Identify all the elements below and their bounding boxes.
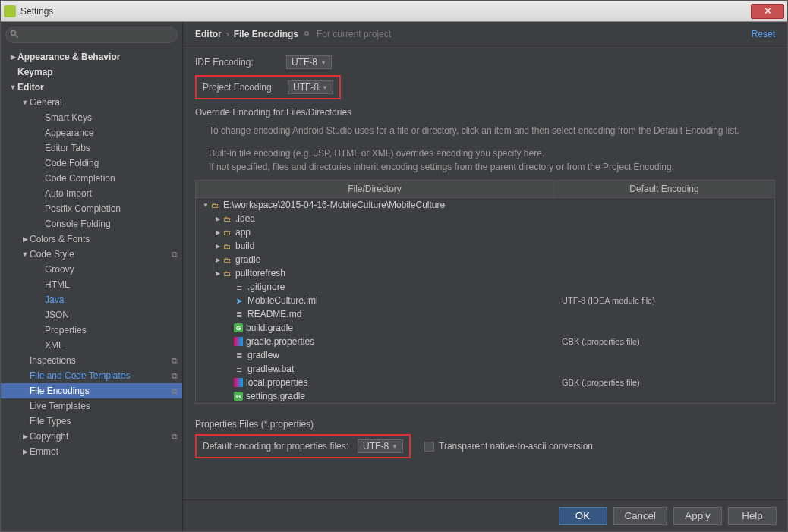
file-row[interactable]: ▶🗀gradle <box>196 253 774 266</box>
sidebar-item[interactable]: XML <box>1 338 182 353</box>
sidebar-item[interactable]: ▶Copyright⧉ <box>1 429 182 444</box>
sidebar-item-label: Appearance <box>45 127 178 138</box>
file-row[interactable]: ▶🗀.idea <box>196 212 774 225</box>
chevron-right-icon: › <box>226 29 229 39</box>
sidebar-item[interactable]: JSON <box>1 307 182 323</box>
apply-button[interactable]: Apply <box>673 507 722 525</box>
file-row[interactable]: ≣gradlew <box>196 348 774 362</box>
sidebar-item[interactable]: Inspections⧉ <box>1 353 182 368</box>
sidebar-item-label: XML <box>45 340 178 351</box>
sidebar-item[interactable]: Keymap <box>1 65 182 80</box>
file-row[interactable]: ≣README.md <box>196 307 774 321</box>
file-row[interactable]: gradle.propertiesGBK (.properties file) <box>196 335 774 348</box>
file-row[interactable]: ▼🗀E:\workspace\2015-04-16-MobileCulture\… <box>196 198 774 212</box>
sidebar-item[interactable]: File Encodings⧉ <box>1 383 182 398</box>
iml-icon: ➤ <box>234 295 244 306</box>
sidebar-item[interactable]: Editor Tabs <box>1 140 182 156</box>
sidebar-item-label: General <box>30 97 178 108</box>
breadcrumb-parent[interactable]: Editor <box>195 29 222 39</box>
sidebar-item[interactable]: Code Completion <box>1 171 182 186</box>
file-row[interactable]: ▶🗀pulltorefresh <box>196 266 774 280</box>
file-name: gradlew <box>247 350 279 360</box>
file-row[interactable]: ▶🗀app <box>196 225 774 239</box>
breadcrumb-current: File Encodings <box>234 29 298 39</box>
file-name: local.properties <box>246 377 307 388</box>
file-encoding-table: File/Directory Default Encoding ▼🗀E:\wor… <box>195 180 775 404</box>
sidebar-item[interactable]: ▼General <box>1 95 182 110</box>
encoding-cell[interactable]: GBK (.properties file) <box>554 337 774 346</box>
folder-icon: 🗀 <box>222 268 232 279</box>
sidebar-item[interactable]: File and Code Templates⧉ <box>1 368 182 383</box>
expand-arrow-icon: ▶ <box>214 257 222 263</box>
search-input[interactable] <box>5 27 178 43</box>
sidebar-item-label: Properties <box>45 325 178 335</box>
sidebar-item[interactable]: File Types <box>1 414 182 429</box>
tree-arrow-icon: ▼ <box>20 250 30 258</box>
sidebar-item-label: Code Folding <box>45 158 178 168</box>
sidebar-item-label: Inspections <box>30 355 169 366</box>
file-row[interactable]: Gsettings.gradle <box>196 389 774 403</box>
sidebar-item[interactable]: ▼Code Style⧉ <box>1 247 182 262</box>
file-row[interactable]: ≣.gitignore <box>196 280 774 294</box>
sidebar-item[interactable]: Auto Import <box>1 186 182 201</box>
sidebar-item[interactable]: Java <box>1 292 182 307</box>
override-header: Override Encoding for Files/Directories <box>195 107 775 118</box>
help-text-2b: If not specified, files and directories … <box>209 160 775 174</box>
transparent-ascii-label: Transparent native-to-ascii conversion <box>439 441 593 452</box>
file-row[interactable]: Gbuild.gradle <box>196 321 774 335</box>
sidebar-item[interactable]: Live Templates <box>1 398 182 414</box>
sidebar-item[interactable]: ▼Editor <box>1 80 182 95</box>
project-scope-icon: ⧉ <box>303 30 310 38</box>
file-row[interactable]: local.propertiesGBK (.properties file) <box>196 376 774 389</box>
sidebar-item-label: Postfix Completion <box>45 203 178 214</box>
sidebar-item[interactable]: Appearance <box>1 125 182 140</box>
project-scope-icon: ⧉ <box>172 386 178 396</box>
sidebar-item[interactable]: Properties <box>1 323 182 338</box>
properties-encoding-dropdown[interactable]: UTF-8 ▼ <box>358 439 403 453</box>
sidebar-item[interactable]: Console Folding <box>1 216 182 231</box>
file-row[interactable]: ➤MobileCulture.imlUTF-8 (IDEA module fil… <box>196 294 774 307</box>
file-icon: ≣ <box>234 282 244 292</box>
file-name: MobileCulture.iml <box>247 295 318 306</box>
gradle-icon: G <box>234 323 243 332</box>
sidebar-item[interactable]: Groovy <box>1 262 182 277</box>
project-scope-icon: ⧉ <box>172 250 178 260</box>
sidebar-item-label: Code Completion <box>45 173 178 184</box>
breadcrumb: Editor › File Encodings ⧉ For current pr… <box>183 22 787 46</box>
ide-encoding-dropdown[interactable]: UTF-8 ▼ <box>286 55 332 69</box>
file-icon: ≣ <box>234 364 244 374</box>
sidebar-item-label: Groovy <box>45 264 178 275</box>
gradle-icon: G <box>234 392 243 401</box>
sidebar-item[interactable]: ▶Appearance & Behavior <box>1 49 182 65</box>
sidebar-item[interactable]: ▶Colors & Fonts <box>1 231 182 247</box>
sidebar-item-label: Copyright <box>30 431 169 442</box>
settings-tree[interactable]: ▶Appearance & BehaviorKeymap▼Editor▼Gene… <box>1 48 182 531</box>
sidebar-item[interactable]: Postfix Completion <box>1 201 182 216</box>
properties-section-title: Properties Files (*.properties) <box>195 419 775 430</box>
file-row[interactable]: ≣gradlew.bat <box>196 362 774 376</box>
column-header-path[interactable]: File/Directory <box>196 181 554 197</box>
close-button[interactable]: ✕ <box>751 4 784 19</box>
folder-icon: 🗀 <box>210 200 220 210</box>
sidebar-item-label: Smart Keys <box>45 112 178 123</box>
reset-link[interactable]: Reset <box>752 29 775 39</box>
help-button[interactable]: Help <box>728 507 777 525</box>
sidebar-item-label: Keymap <box>17 67 178 77</box>
sidebar-item[interactable]: Code Folding <box>1 156 182 171</box>
window-title: Settings <box>20 6 751 17</box>
search-icon <box>10 30 19 39</box>
encoding-cell[interactable]: UTF-8 (IDEA module file) <box>554 296 774 305</box>
encoding-cell[interactable]: GBK (.properties file) <box>554 378 774 387</box>
cancel-button[interactable]: Cancel <box>613 507 668 525</box>
sidebar-item[interactable]: Smart Keys <box>1 110 182 125</box>
sidebar-item[interactable]: ▶Emmet <box>1 444 182 459</box>
ok-button[interactable]: OK <box>559 507 607 525</box>
project-scope-icon: ⧉ <box>172 371 178 381</box>
project-encoding-dropdown[interactable]: UTF-8 ▼ <box>288 80 333 94</box>
titlebar: Settings ✕ <box>1 1 787 22</box>
column-header-encoding[interactable]: Default Encoding <box>554 181 774 197</box>
file-row[interactable]: ▶🗀build <box>196 239 774 253</box>
tree-arrow-icon: ▶ <box>20 235 30 243</box>
transparent-ascii-checkbox[interactable] <box>424 442 434 452</box>
sidebar-item[interactable]: HTML <box>1 277 182 292</box>
